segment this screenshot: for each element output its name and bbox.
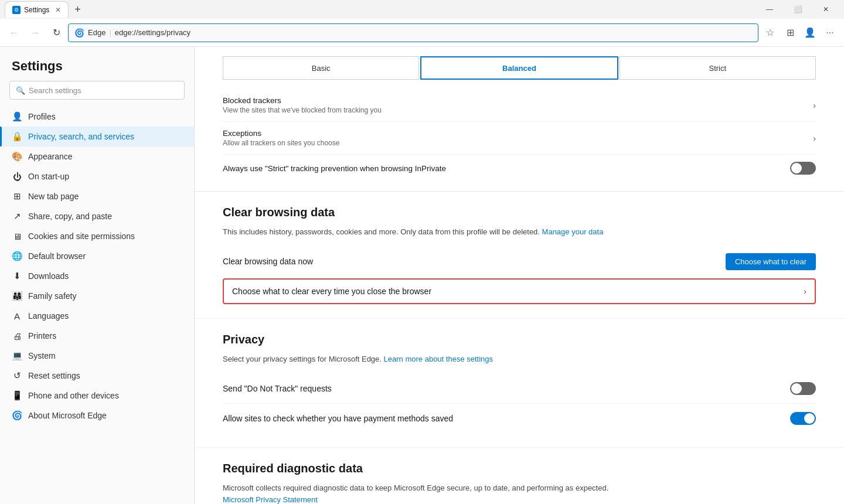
tab-strip: ⚙ Settings ✕ + (5, 1, 754, 18)
sharecopy-label: Share, copy, and paste (28, 212, 112, 221)
address-separator: | (109, 28, 111, 37)
address-input[interactable]: 🌀 Edge | edge://settings/privacy (68, 23, 758, 42)
about-label: About Microsoft Edge (28, 411, 107, 420)
sidebar-item-profiles[interactable]: 👤 Profiles (0, 107, 194, 127)
choose-clear-on-close-label: Choose what to clear every time you clos… (232, 287, 431, 296)
tab-label: Settings (24, 6, 49, 14)
search-box[interactable]: 🔍 Search settings (9, 81, 185, 100)
strict-inprivate-label: Always use "Strict" tracking prevention … (223, 164, 446, 173)
downloads-label: Downloads (28, 271, 69, 281)
cookies-icon: 🖥 (12, 231, 22, 241)
address-bar: ← → ↻ 🌀 Edge | edge://settings/privacy ☆… (0, 19, 844, 47)
sidebar-item-appearance[interactable]: 🎨 Appearance (0, 147, 194, 166)
reset-label: Reset settings (28, 371, 80, 380)
sidebar-item-about[interactable]: 🌀 About Microsoft Edge (0, 406, 194, 425)
maximize-button[interactable]: ⬜ (784, 0, 811, 19)
sharecopy-icon: ↗ (12, 211, 22, 222)
required-diagnostic-section: Required diagnostic data Microsoft colle… (195, 448, 844, 504)
sidebar: Settings 🔍 Search settings 👤 Profiles 🔒 … (0, 47, 195, 504)
sidebar-item-defaultbrowser[interactable]: 🌐 Default browser (0, 246, 194, 266)
system-icon: 💻 (12, 350, 22, 361)
search-placeholder: Search settings (29, 86, 81, 95)
clear-now-row: Clear browsing data now Choose what to c… (223, 247, 816, 276)
blocked-trackers-info: Blocked trackers View the sites that we'… (223, 96, 382, 114)
refresh-button[interactable]: ↻ (47, 23, 66, 42)
defaultbrowser-label: Default browser (28, 251, 86, 261)
sidebar-item-reset[interactable]: ↺ Reset settings (0, 366, 194, 386)
sidebar-item-privacy[interactable]: 🔒 Privacy, search, and services (0, 127, 194, 147)
do-not-track-toggle[interactable] (790, 382, 816, 395)
sidebar-item-sharecopy[interactable]: ↗ Share, copy, and paste (0, 206, 194, 226)
balanced-tracking-button[interactable]: Balanced (420, 56, 618, 80)
tab-close-button[interactable]: ✕ (55, 6, 61, 14)
minimize-button[interactable]: — (756, 0, 783, 19)
sidebar-item-languages[interactable]: A Languages (0, 306, 194, 326)
sidebar-item-downloads[interactable]: ⬇ Downloads (0, 266, 194, 286)
payment-methods-toggle-knob (804, 413, 815, 424)
printers-label: Printers (28, 331, 56, 340)
url-text: edge://settings/privacy (115, 28, 190, 37)
privacy-label: Privacy, search, and services (28, 132, 134, 141)
languages-label: Languages (28, 311, 69, 321)
tracker-buttons: Basic Balanced Strict (223, 56, 816, 80)
about-icon: 🌀 (12, 410, 22, 421)
privacy-learn-link[interactable]: Learn more about these settings (384, 355, 493, 363)
tracking-prevention-section: Basic Balanced Strict Blocked trackers V… (195, 47, 844, 192)
sidebar-title: Settings (0, 47, 194, 81)
nav-items-container: 👤 Profiles 🔒 Privacy, search, and servic… (0, 107, 194, 425)
do-not-track-label: Send "Do Not Track" requests (223, 384, 332, 393)
familysafety-icon: 👨‍👩‍👧 (12, 291, 22, 301)
cookies-label: Cookies and site permissions (28, 231, 135, 241)
exceptions-label: Exceptions (223, 129, 339, 138)
choose-clear-on-close-chevron: › (804, 287, 806, 296)
clear-browsing-desc-text: This includes history, passwords, cookie… (223, 227, 540, 236)
favorites-icon[interactable]: ☆ (761, 23, 780, 42)
sidebar-item-printers[interactable]: 🖨 Printers (0, 326, 194, 346)
blocked-trackers-label: Blocked trackers (223, 96, 382, 105)
exceptions-row[interactable]: Exceptions Allow all trackers on sites y… (223, 122, 816, 155)
strict-tracking-button[interactable]: Strict (620, 56, 816, 80)
payment-methods-toggle[interactable] (790, 412, 816, 425)
choose-clear-on-close-row[interactable]: Choose what to clear every time you clos… (223, 278, 816, 304)
privacy-statement-link[interactable]: Microsoft Privacy Statement (223, 495, 318, 504)
app-body: Settings 🔍 Search settings 👤 Profiles 🔒 … (0, 47, 844, 504)
forward-button[interactable]: → (26, 23, 45, 42)
new-tab-button[interactable]: + (70, 2, 86, 17)
profiles-icon: 👤 (12, 111, 22, 122)
startup-icon: ⏻ (12, 171, 22, 182)
sidebar-item-startup[interactable]: ⏻ On start-up (0, 166, 194, 186)
privacy-section: Privacy Select your privacy settings for… (195, 319, 844, 448)
toolbar-icons: ☆ ⊞ 👤 ··· (761, 23, 839, 42)
tab-favicon: ⚙ (12, 6, 21, 14)
sidebar-item-familysafety[interactable]: 👨‍👩‍👧 Family safety (0, 286, 194, 306)
manage-data-link[interactable]: Manage your data (542, 227, 604, 236)
blocked-trackers-row[interactable]: Blocked trackers View the sites that we'… (223, 89, 816, 122)
back-button[interactable]: ← (5, 23, 23, 42)
sidebar-item-newtab[interactable]: ⊞ New tab page (0, 186, 194, 206)
sidebar-item-cookies[interactable]: 🖥 Cookies and site permissions (0, 226, 194, 246)
phone-label: Phone and other devices (28, 391, 119, 400)
newtab-icon: ⊞ (12, 191, 22, 202)
appearance-label: Appearance (28, 152, 73, 161)
close-button[interactable]: ✕ (812, 0, 839, 19)
languages-icon: A (12, 311, 22, 321)
sidebar-item-phone[interactable]: 📱 Phone and other devices (0, 386, 194, 406)
more-menu-button[interactable]: ··· (821, 23, 839, 42)
accounts-icon[interactable]: 👤 (801, 23, 819, 42)
profiles-label: Profiles (28, 112, 56, 121)
clear-now-label: Clear browsing data now (223, 257, 313, 266)
do-not-track-toggle-knob (791, 383, 802, 394)
settings-tab[interactable]: ⚙ Settings ✕ (5, 1, 69, 18)
strict-inprivate-toggle[interactable] (790, 162, 816, 175)
required-diagnostic-title: Required diagnostic data (223, 462, 816, 475)
main-content: Basic Balanced Strict Blocked trackers V… (195, 47, 844, 504)
clear-browsing-title: Clear browsing data (223, 206, 816, 219)
blocked-trackers-chevron: › (813, 101, 816, 110)
collections-icon[interactable]: ⊞ (781, 23, 799, 42)
choose-what-to-clear-button[interactable]: Choose what to clear (726, 253, 816, 270)
downloads-icon: ⬇ (12, 271, 22, 281)
sidebar-item-system[interactable]: 💻 System (0, 346, 194, 366)
browser-label: Edge (88, 28, 106, 37)
appearance-icon: 🎨 (12, 151, 22, 162)
basic-tracking-button[interactable]: Basic (223, 56, 419, 80)
